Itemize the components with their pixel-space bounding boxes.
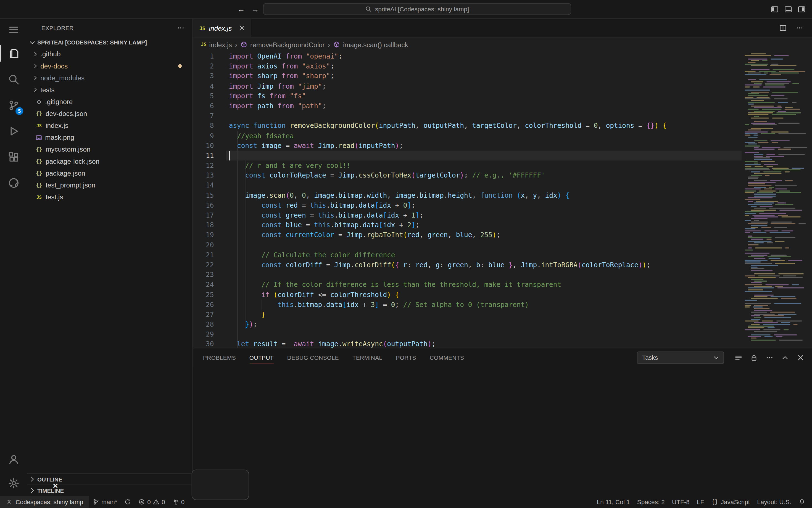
back-button[interactable]: ← bbox=[237, 5, 245, 13]
sidebar-bottom-sections: OUTLINETIMELINE bbox=[27, 473, 192, 496]
code-line: // Calculate the color difference bbox=[229, 250, 741, 260]
file-label: node_modules bbox=[40, 74, 84, 82]
tree-item-test-prompt-json[interactable]: {}test_prompt.json bbox=[27, 179, 192, 191]
line-number: 24 bbox=[193, 280, 226, 290]
panel-tab-debug-console[interactable]: DEBUG CONSOLE bbox=[287, 349, 339, 367]
status-bar: Codespaces: shiny lamp main* 0 0 0 Ln 11… bbox=[0, 496, 812, 508]
status-indentation[interactable]: Spaces: 2 bbox=[634, 496, 668, 508]
radio-tower-icon bbox=[172, 499, 179, 505]
file-label: dev-docs bbox=[40, 62, 68, 70]
breadcrumb-index-js[interactable]: JSindex.js bbox=[201, 41, 232, 48]
chevron-up-icon[interactable] bbox=[781, 353, 789, 362]
tree-item-tests[interactable]: tests bbox=[27, 84, 192, 96]
activity-item-github[interactable] bbox=[0, 170, 27, 196]
code-area: 1234567891011121314151617181920212223242… bbox=[193, 51, 812, 348]
code-content[interactable]: import OpenAI from "openai";import axios… bbox=[226, 51, 742, 348]
tree-item-package-json[interactable]: {}package.json bbox=[27, 167, 192, 179]
more-icon[interactable] bbox=[765, 353, 774, 362]
line-number: 2 bbox=[193, 61, 226, 71]
tasks-dropdown[interactable]: Tasks bbox=[637, 351, 724, 364]
code-line: const image = await Jimp.read(inputPath)… bbox=[229, 140, 741, 151]
command-center[interactable]: spriteAI [Codespaces: shiny lamp] bbox=[263, 3, 571, 15]
status-cursor-position[interactable]: Ln 11, Col 1 bbox=[593, 496, 634, 508]
sidebar-header: EXPLORER bbox=[27, 19, 192, 37]
panel-tab-comments[interactable]: COMMENTS bbox=[430, 349, 464, 367]
activity-item-source-control[interactable]: 5 bbox=[0, 92, 27, 118]
tree-item-dev-docs[interactable]: dev-docs bbox=[27, 60, 192, 72]
ports-item[interactable]: 0 bbox=[169, 496, 188, 508]
line-number: 29 bbox=[193, 329, 226, 339]
breadcrumb-separator: › bbox=[234, 41, 238, 48]
panel-tab-ports[interactable]: PORTS bbox=[396, 349, 416, 367]
tree-item-mask-png[interactable]: mask.png bbox=[27, 131, 192, 143]
activity-item-search[interactable] bbox=[0, 66, 27, 92]
file-label: test.js bbox=[46, 193, 63, 201]
tasks-dropdown-value: Tasks bbox=[642, 354, 658, 361]
history-nav: ← → bbox=[237, 0, 259, 18]
more-actions-icon[interactable] bbox=[176, 24, 185, 32]
minimap[interactable] bbox=[741, 51, 812, 348]
code-line bbox=[229, 329, 741, 339]
problems-item[interactable]: 0 0 bbox=[135, 496, 169, 508]
output-panel-content[interactable] bbox=[193, 367, 812, 496]
toggle-panel-icon[interactable] bbox=[784, 5, 793, 13]
line-number: 9 bbox=[193, 131, 226, 140]
forward-button[interactable]: → bbox=[251, 5, 259, 13]
more-icon[interactable] bbox=[796, 24, 804, 32]
status-encoding[interactable]: UTF-8 bbox=[668, 496, 693, 508]
activity-item-explorer[interactable] bbox=[0, 40, 27, 66]
breadcrumb-removebackgroundcolor[interactable]: removeBackgroundColor bbox=[240, 41, 325, 48]
panel-tab-output[interactable]: OUTPUT bbox=[249, 349, 274, 367]
code-editor[interactable]: import OpenAI from "openai";import axios… bbox=[226, 51, 742, 348]
editor-group: JSindex.js JSindex.js›removeBackgroundCo… bbox=[192, 19, 812, 496]
activity-item-run-debug[interactable] bbox=[0, 118, 27, 144]
tab-index-js[interactable]: JSindex.js bbox=[193, 19, 251, 38]
sync-item[interactable] bbox=[121, 496, 135, 508]
json-file-icon: {} bbox=[35, 182, 43, 188]
remote-indicator[interactable]: Codespaces: shiny lamp bbox=[0, 496, 89, 508]
status-keyboard-layout[interactable]: Layout: U.S. bbox=[754, 496, 795, 508]
close-icon[interactable] bbox=[238, 24, 245, 32]
js-file-icon: JS bbox=[199, 25, 205, 31]
lines-icon[interactable] bbox=[734, 353, 743, 362]
branch-item[interactable]: main* bbox=[89, 496, 121, 508]
ports-count: 0 bbox=[181, 498, 185, 506]
status-notifications[interactable] bbox=[795, 496, 809, 508]
text-cursor bbox=[229, 151, 230, 160]
tree-item-github[interactable]: .github bbox=[27, 48, 192, 60]
panel-close-icon[interactable] bbox=[797, 353, 805, 362]
tree-item-package-lock-json[interactable]: {}package-lock.json bbox=[27, 156, 192, 167]
js-file-icon: JS bbox=[35, 195, 43, 200]
lock-icon[interactable] bbox=[750, 353, 758, 362]
toggle-secondary-sidebar-icon[interactable] bbox=[798, 5, 806, 13]
json-file-icon: {} bbox=[35, 146, 43, 153]
code-line: import OpenAI from "openai"; bbox=[229, 51, 741, 61]
tree-item-index-js[interactable]: JSindex.js bbox=[27, 120, 192, 131]
code-line bbox=[229, 270, 741, 280]
status-label: Layout: U.S. bbox=[757, 498, 791, 506]
activity-item-accounts[interactable] bbox=[0, 449, 27, 470]
files-icon bbox=[7, 47, 19, 59]
js-file-icon: JS bbox=[201, 42, 207, 47]
project-root[interactable]: SPRITEAI [CODESPACES: SHINY LAMP] bbox=[27, 37, 192, 48]
line-numbers[interactable]: 1234567891011121314151617181920212223242… bbox=[193, 51, 226, 348]
section-timeline[interactable]: TIMELINE bbox=[27, 485, 192, 496]
status-eol[interactable]: LF bbox=[693, 496, 708, 508]
panel-tab-problems[interactable]: PROBLEMS bbox=[203, 349, 236, 367]
file-label: package.json bbox=[46, 169, 85, 177]
section-outline[interactable]: OUTLINE bbox=[27, 473, 192, 484]
status-language-mode[interactable]: {}JavaScript bbox=[708, 496, 754, 508]
activity-item-settings[interactable] bbox=[0, 470, 27, 496]
tree-item-dev-docs-json[interactable]: {}dev-docs.json bbox=[27, 108, 192, 120]
panel-tab-terminal[interactable]: TERMINAL bbox=[353, 349, 382, 367]
code-line: this.bitmap.data[idx + 3] = 0; // Set al… bbox=[229, 300, 741, 309]
split-editor-icon[interactable] bbox=[779, 24, 787, 32]
tree-item-gitignore[interactable]: .gitignore bbox=[27, 96, 192, 108]
activity-item-menu[interactable] bbox=[0, 19, 27, 41]
breadcrumb-image-scan-callback[interactable]: image.scan() callback bbox=[333, 41, 408, 48]
toggle-sidebar-icon[interactable] bbox=[771, 5, 779, 13]
activity-item-extensions[interactable] bbox=[0, 144, 27, 170]
tree-item-test-js[interactable]: JStest.js bbox=[27, 191, 192, 203]
tree-item-mycustom-json[interactable]: {}mycustom.json bbox=[27, 143, 192, 155]
tree-item-node-modules[interactable]: node_modules bbox=[27, 72, 192, 84]
